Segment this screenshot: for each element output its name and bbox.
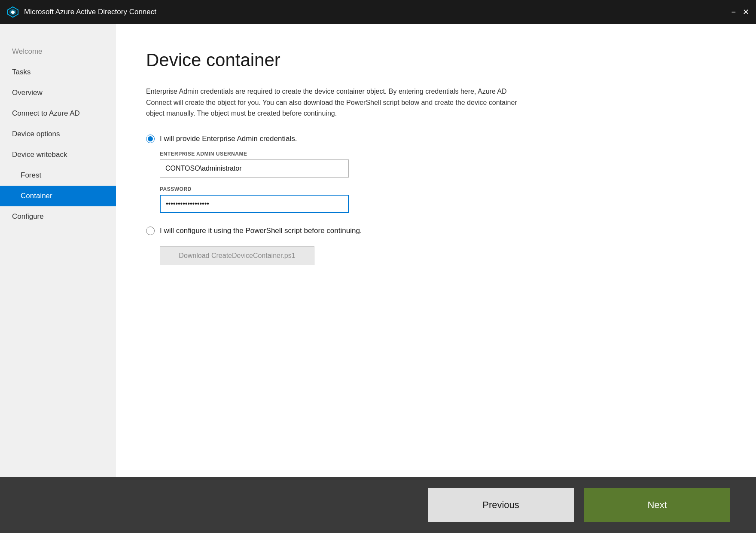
radio-option-powershell: I will configure it using the PowerShell…	[146, 227, 726, 265]
radio-input-credentials[interactable]	[146, 135, 155, 143]
page-title: Device container	[146, 50, 726, 70]
radio-text-credentials: I will provide Enterprise Admin credenti…	[160, 135, 297, 143]
radio-text-powershell: I will configure it using the PowerShell…	[160, 227, 362, 235]
title-bar: Microsoft Azure Active Directory Connect…	[0, 0, 756, 24]
app-icon	[7, 6, 19, 18]
radio-input-powershell[interactable]	[146, 227, 155, 235]
minimize-button[interactable]: −	[731, 8, 736, 16]
username-field-group: ENTERPRISE ADMIN USERNAME	[160, 151, 726, 178]
password-field-group: PASSWORD	[160, 186, 726, 213]
sidebar-item-welcome[interactable]: Welcome	[0, 41, 116, 62]
main-window: Welcome Tasks Overview Connect to Azure …	[0, 24, 756, 477]
sidebar-item-container[interactable]: Container	[0, 186, 116, 206]
previous-button[interactable]: Previous	[428, 488, 574, 522]
sidebar-item-forest[interactable]: Forest	[0, 165, 116, 186]
sidebar-item-device-options[interactable]: Device options	[0, 124, 116, 144]
footer: Previous Next	[0, 477, 756, 533]
password-input[interactable]	[160, 195, 349, 213]
sidebar-item-configure[interactable]: Configure	[0, 206, 116, 227]
content-body: Device container Enterprise Admin creden…	[116, 24, 756, 477]
radio-option-credentials: I will provide Enterprise Admin credenti…	[146, 135, 726, 213]
radio-label-credentials[interactable]: I will provide Enterprise Admin credenti…	[146, 135, 726, 143]
password-label: PASSWORD	[160, 186, 726, 192]
description-text: Enterprise Admin credentials are require…	[146, 86, 533, 119]
username-label: ENTERPRISE ADMIN USERNAME	[160, 151, 726, 157]
app-title: Microsoft Azure Active Directory Connect	[24, 8, 731, 16]
sidebar-item-connect-azure-ad[interactable]: Connect to Azure AD	[0, 103, 116, 124]
close-button[interactable]: ✕	[743, 8, 749, 16]
radio-group: I will provide Enterprise Admin credenti…	[146, 135, 726, 265]
window-controls: − ✕	[731, 8, 749, 16]
content-area: Device container Enterprise Admin creden…	[116, 24, 756, 477]
username-input[interactable]	[160, 159, 349, 178]
credentials-form: ENTERPRISE ADMIN USERNAME PASSWORD	[160, 151, 726, 213]
sidebar-item-device-writeback[interactable]: Device writeback	[0, 144, 116, 165]
download-script-button[interactable]: Download CreateDeviceContainer.ps1	[160, 246, 314, 265]
next-button[interactable]: Next	[584, 488, 730, 522]
sidebar-item-overview[interactable]: Overview	[0, 83, 116, 103]
sidebar-item-tasks[interactable]: Tasks	[0, 62, 116, 83]
radio-label-powershell[interactable]: I will configure it using the PowerShell…	[146, 227, 726, 235]
sidebar: Welcome Tasks Overview Connect to Azure …	[0, 24, 116, 477]
